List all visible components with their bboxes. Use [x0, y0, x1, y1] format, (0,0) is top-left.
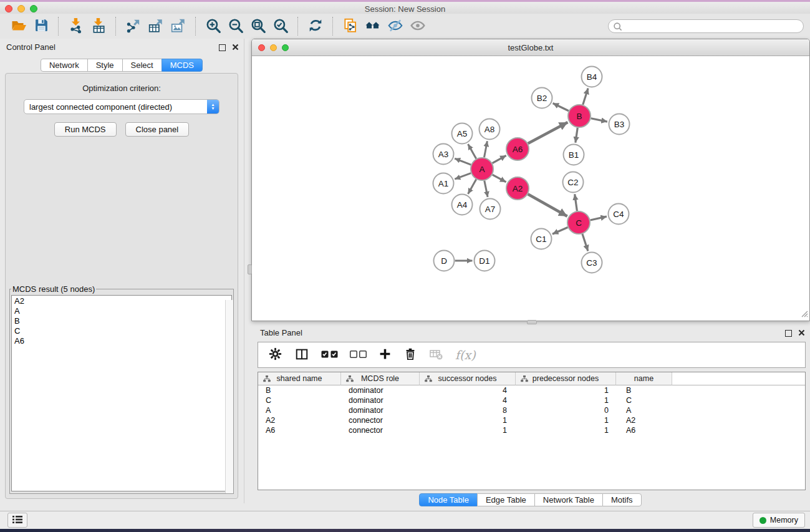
graph-node-A5[interactable]: A5 [452, 123, 473, 144]
function-builder-button-disabled[interactable]: f(x) [455, 348, 476, 362]
table-cell[interactable]: B [258, 385, 341, 395]
tab-mcds[interactable]: MCDS [162, 59, 203, 72]
tab-motifs[interactable]: Motifs [602, 493, 642, 506]
select-all-button[interactable] [321, 351, 338, 360]
graph-node-A7[interactable]: A7 [480, 199, 501, 220]
export-table-button[interactable] [145, 16, 167, 37]
save-session-button[interactable] [30, 16, 52, 37]
graph-edge-C-C4[interactable] [591, 216, 607, 220]
mcds-result-item[interactable]: A2 [12, 296, 231, 306]
table-cell[interactable]: 1 [516, 415, 616, 425]
table-cell[interactable]: dominator [341, 385, 420, 395]
column-header-shared-name[interactable]: shared name [258, 372, 341, 385]
graph-node-B3[interactable]: B3 [609, 114, 630, 135]
import-network-button[interactable] [65, 16, 87, 37]
add-column-button[interactable] [378, 347, 392, 362]
close-panel-button[interactable]: Close panel [125, 122, 190, 137]
zoom-selected-button[interactable] [269, 16, 292, 37]
table-row[interactable]: Bdominator41B [258, 385, 805, 395]
tab-style[interactable]: Style [87, 59, 123, 72]
table-cell[interactable]: 4 [420, 395, 516, 405]
float-panel-icon[interactable] [219, 44, 226, 51]
graph-edge-A-A3[interactable] [455, 158, 471, 165]
zoom-fit-button[interactable] [247, 16, 269, 37]
memory-button[interactable]: Memory [753, 513, 805, 528]
criterion-dropdown[interactable]: largest connected component (directed) ▲… [24, 99, 219, 114]
table-cell[interactable]: C [616, 395, 672, 405]
graph-node-B[interactable]: B [568, 105, 591, 127]
mcds-result-item[interactable]: A [12, 306, 231, 316]
table-settings-button[interactable] [268, 347, 282, 363]
mcds-result-item[interactable]: B [12, 316, 231, 326]
table-cell[interactable]: A6 [616, 425, 672, 435]
show-details-button[interactable] [407, 16, 429, 37]
column-header-MCDS-role[interactable]: MCDS role [341, 372, 420, 385]
delete-column-button[interactable] [403, 347, 417, 363]
graph-edge-B-B1[interactable] [576, 128, 577, 143]
graph-node-C[interactable]: C [567, 211, 590, 234]
graph-node-D1[interactable]: D1 [475, 251, 495, 271]
graph-node-A2[interactable]: A2 [506, 177, 529, 200]
mcds-result-item[interactable]: A6 [12, 336, 231, 346]
column-header-predecessor-nodes[interactable]: predecessor nodes [516, 372, 616, 385]
table-cell[interactable]: connector [341, 425, 420, 435]
graph-node-C3[interactable]: C3 [582, 253, 602, 273]
graph-node-A8[interactable]: A8 [480, 119, 500, 140]
export-network-button[interactable] [122, 16, 145, 37]
graph-node-A1[interactable]: A1 [433, 173, 454, 194]
zoom-out-button[interactable] [224, 16, 247, 37]
table-float-panel-icon[interactable] [785, 330, 792, 337]
graph-node-A[interactable]: A [471, 158, 493, 180]
graph-edge-A-A1[interactable] [455, 173, 471, 180]
tab-network-table[interactable]: Network Table [534, 493, 603, 506]
search-input[interactable] [608, 19, 804, 33]
graph-edge-A-A8[interactable] [485, 141, 488, 157]
mcds-result-item[interactable]: C [12, 326, 231, 336]
table-row[interactable]: Cdominator41C [258, 395, 805, 405]
tab-node-table[interactable]: Node Table [419, 493, 478, 506]
graph-edge-B-B2[interactable] [553, 103, 569, 110]
table-cell[interactable]: 1 [516, 395, 616, 405]
graph-node-B4[interactable]: B4 [582, 67, 602, 87]
table-cell[interactable]: dominator [341, 405, 420, 415]
table-cell[interactable]: A [616, 405, 672, 415]
table-cell[interactable]: connector [341, 415, 420, 425]
table-cell[interactable]: dominator [341, 395, 420, 405]
tab-network[interactable]: Network [41, 59, 88, 72]
table-cell[interactable]: A2 [258, 415, 341, 425]
new-network-from-selection-button[interactable] [339, 16, 362, 37]
graph-edge-A-A4[interactable] [468, 180, 476, 194]
graph-node-B1[interactable]: B1 [564, 145, 584, 165]
graph-node-A6[interactable]: A6 [506, 138, 529, 160]
export-image-button[interactable] [167, 16, 190, 37]
graph-edge-C-C1[interactable] [552, 228, 568, 235]
table-cell[interactable]: 1 [420, 425, 516, 435]
graph-node-B2[interactable]: B2 [532, 88, 552, 109]
table-cell[interactable]: 8 [420, 405, 516, 415]
graph-node-A3[interactable]: A3 [433, 144, 454, 165]
graph-edge-A-A5[interactable] [468, 144, 476, 158]
table-cell[interactable]: 0 [516, 405, 616, 415]
graph-node-C1[interactable]: C1 [531, 229, 552, 249]
table-close-panel-icon[interactable] [798, 329, 805, 338]
table-cell[interactable]: A6 [258, 425, 341, 435]
home-view-button[interactable] [362, 16, 384, 37]
task-history-button[interactable] [7, 513, 27, 528]
table-cell[interactable]: 1 [516, 425, 616, 435]
graph-edge-A-A2[interactable] [493, 175, 506, 182]
graph-edge-C-C3[interactable] [582, 234, 588, 251]
graph-edge-A6-B[interactable] [528, 122, 568, 143]
network-canvas[interactable]: B4B2BB3A5A8A6A3B1AC2A1A2A4A7C4CC1C3DD1 [253, 56, 809, 320]
open-session-button[interactable] [7, 16, 30, 37]
graph-edge-B-B4[interactable] [583, 89, 588, 105]
show-columns-button[interactable] [294, 347, 309, 363]
import-table-button[interactable] [87, 16, 110, 37]
graph-edge-A-A6[interactable] [493, 155, 506, 163]
table-cell[interactable]: C [258, 395, 341, 405]
table-cell[interactable]: B [616, 385, 672, 395]
graph-edge-C-C2[interactable] [575, 194, 577, 211]
graph-node-D[interactable]: D [434, 251, 455, 271]
column-header-successor-nodes[interactable]: successor nodes [420, 372, 516, 385]
table-row[interactable]: A6connector11A6 [258, 425, 805, 435]
table-cell[interactable]: 1 [420, 415, 516, 425]
